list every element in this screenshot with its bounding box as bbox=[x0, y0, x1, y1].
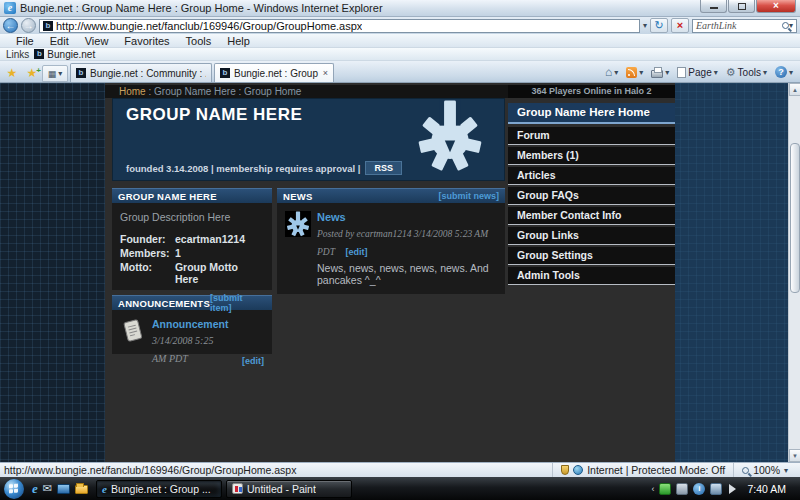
volume-tray-icon[interactable] bbox=[729, 484, 736, 494]
breadcrumb-home-link[interactable]: Home bbox=[119, 86, 146, 97]
stop-button[interactable]: × bbox=[671, 18, 689, 33]
maximize-button[interactable] bbox=[728, 0, 755, 13]
taskbar-button-paint[interactable]: Untitled - Paint bbox=[226, 480, 352, 498]
quick-launch-desktop-icon[interactable] bbox=[57, 484, 70, 494]
tab-favicon: b bbox=[76, 68, 86, 78]
group-field-row: Founder: ecartman1214 bbox=[120, 233, 264, 245]
sidebar-item-articles[interactable]: Articles bbox=[508, 167, 675, 185]
help-button[interactable]: ?▾ bbox=[772, 63, 796, 81]
address-field[interactable]: b http://www.bungie.net/fanclub/169946/G… bbox=[39, 19, 640, 33]
title-bar: e Bungie.net : Group Name Here : Group H… bbox=[0, 0, 800, 17]
zoom-dropdown-icon[interactable]: ▾ bbox=[784, 466, 788, 475]
founded-row: founded 3.14.2008 | membership requires … bbox=[126, 161, 402, 175]
forward-button[interactable]: → bbox=[21, 18, 36, 33]
window-controls: × bbox=[700, 0, 796, 13]
players-online-badge: 364 Players Online in Halo 2 bbox=[508, 85, 675, 98]
sidebar-item-group-settings[interactable]: Group Settings bbox=[508, 247, 675, 265]
group-info-panel: GROUP NAME HERE Group Description Here F… bbox=[112, 188, 272, 290]
ie-icon: e bbox=[4, 2, 16, 14]
feeds-button[interactable]: ▾ bbox=[623, 63, 646, 81]
tray-expand-icon[interactable]: ‹ bbox=[651, 484, 654, 494]
back-button[interactable]: ← bbox=[3, 18, 18, 33]
status-zone: Internet | Protected Mode: Off bbox=[552, 463, 733, 477]
display-tray-icon[interactable] bbox=[676, 483, 688, 495]
sidebar-item-group-faqs[interactable]: Group FAQs bbox=[508, 187, 675, 205]
taskbar-button-ie[interactable]: e Bungie.net : Group ... bbox=[96, 480, 222, 498]
scroll-down-icon[interactable]: ▼ bbox=[789, 449, 800, 462]
founder-value: ecartman1214 bbox=[175, 233, 245, 245]
zoom-control[interactable]: 100% ▾ bbox=[733, 463, 796, 477]
links-item-bungie[interactable]: b Bungie.net bbox=[34, 49, 95, 60]
submit-item-link[interactable]: [submit item] bbox=[210, 293, 266, 313]
submit-news-link[interactable]: [submit news] bbox=[438, 191, 499, 201]
minimize-button[interactable] bbox=[700, 0, 727, 13]
news-edit-link[interactable]: [edit] bbox=[345, 247, 367, 257]
quick-launch-ie-icon[interactable]: e bbox=[32, 482, 38, 496]
group-info-body: Group Description Here Founder: ecartman… bbox=[112, 203, 272, 290]
page-menu-button[interactable]: Page▾ bbox=[674, 63, 720, 81]
tools-menu-button[interactable]: ⚙Tools▾ bbox=[723, 63, 770, 81]
start-button[interactable] bbox=[4, 479, 24, 499]
menu-view[interactable]: View bbox=[77, 35, 117, 47]
announcement-edit-link[interactable]: [edit] bbox=[242, 356, 264, 366]
quick-tabs-icon: ▦ bbox=[48, 69, 57, 79]
refresh-button[interactable]: ↻ bbox=[650, 18, 668, 33]
links-label: Links bbox=[6, 49, 29, 60]
status-bar: http://www.bungie.net/fanclub/169946/Gro… bbox=[0, 462, 800, 477]
taskbar-clock: 7:40 AM bbox=[741, 483, 792, 495]
scroll-up-icon[interactable]: ▲ bbox=[789, 83, 800, 96]
home-icon: ⌂ bbox=[605, 66, 612, 78]
menu-tools[interactable]: Tools bbox=[178, 35, 220, 47]
close-button[interactable]: × bbox=[756, 0, 796, 13]
vertical-scrollbar[interactable]: ▲ ▼ bbox=[788, 83, 800, 462]
quick-launch-mail-icon[interactable]: ✉ bbox=[43, 483, 52, 494]
network-tray-icon[interactable] bbox=[710, 483, 722, 495]
internet-zone-icon bbox=[573, 465, 583, 475]
breadcrumb-strip: Home : Group Name Here : Group Home 364 … bbox=[105, 85, 675, 98]
messenger-tray-icon[interactable] bbox=[659, 483, 671, 495]
announcement-link[interactable]: Announcement bbox=[152, 318, 230, 330]
address-dropdown-icon[interactable]: ▾ bbox=[643, 21, 647, 30]
sidebar-item-forum[interactable]: Forum bbox=[508, 127, 675, 145]
gear-icon: ⚙ bbox=[726, 67, 736, 78]
add-favorite-icon[interactable]: ★ bbox=[22, 65, 42, 82]
breadcrumb-group-link[interactable]: Group Name Here bbox=[154, 86, 236, 97]
print-button[interactable]: ▾ bbox=[648, 63, 672, 81]
tab-close-icon[interactable]: × bbox=[323, 68, 328, 78]
search-icon[interactable] bbox=[782, 22, 789, 29]
news-title: NEWS bbox=[283, 191, 313, 202]
page-background-band bbox=[675, 83, 788, 462]
sidebar-item-members[interactable]: Members (1) bbox=[508, 147, 675, 165]
group-banner: GROUP NAME HERE founded 3.14.2008 | memb… bbox=[112, 98, 505, 181]
menu-edit[interactable]: Edit bbox=[42, 35, 77, 47]
sidebar-item-home[interactable]: Group Name Here Home bbox=[508, 103, 675, 124]
taskbar: e ✉ e Bungie.net : Group ... Untitled - … bbox=[0, 477, 800, 500]
search-value[interactable]: EarthLink bbox=[696, 20, 782, 31]
quick-launch-folder-icon[interactable] bbox=[75, 485, 88, 494]
search-input[interactable]: EarthLink ▾ bbox=[692, 19, 797, 33]
protected-mode-icon bbox=[561, 465, 569, 475]
menu-file[interactable]: File bbox=[8, 35, 42, 47]
tab-community[interactable]: b Bungie.net : Community : ... bbox=[70, 63, 212, 82]
tab-group-home[interactable]: b Bungie.net : Group Na... × bbox=[214, 63, 334, 82]
address-text[interactable]: http://www.bungie.net/fanclub/169946/Gro… bbox=[56, 20, 362, 32]
news-item-link[interactable]: News bbox=[317, 211, 497, 223]
menu-favorites[interactable]: Favorites bbox=[116, 35, 177, 47]
help-icon: ? bbox=[775, 66, 787, 78]
quick-launch: e ✉ bbox=[28, 482, 92, 496]
quick-tabs-button[interactable]: ▦▾ bbox=[42, 65, 68, 82]
scrollbar-thumb[interactable] bbox=[790, 143, 800, 293]
info-tray-icon[interactable]: i bbox=[693, 483, 705, 495]
announcements-panel: ANNOUNCEMENTS [submit item] bbox=[112, 295, 272, 354]
group-rss-button[interactable]: RSS bbox=[365, 161, 402, 175]
menu-help[interactable]: Help bbox=[219, 35, 258, 47]
sidebar-item-admin-tools[interactable]: Admin Tools bbox=[508, 267, 675, 285]
zone-text: Internet | Protected Mode: Off bbox=[587, 464, 725, 476]
sidebar-item-group-links[interactable]: Group Links bbox=[508, 227, 675, 245]
ie-task-icon: e bbox=[102, 483, 107, 495]
stop-icon: × bbox=[677, 20, 683, 31]
favorites-center-icon[interactable]: ★ bbox=[2, 65, 22, 82]
zoom-level: 100% bbox=[753, 464, 780, 476]
home-button[interactable]: ⌂▾ bbox=[602, 63, 621, 81]
sidebar-item-member-contact-info[interactable]: Member Contact Info bbox=[508, 207, 675, 225]
